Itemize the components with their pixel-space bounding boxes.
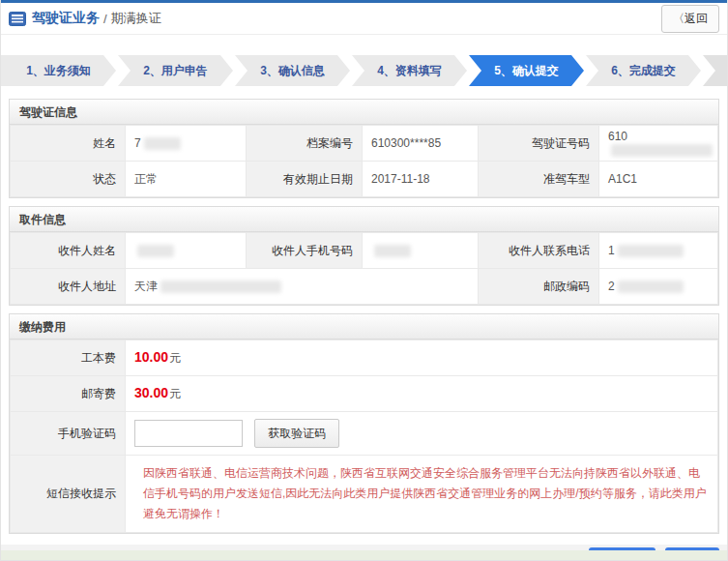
- main-content: 驾驶证信息 姓名 7 档案编号 610300****85 驾驶证号码 610 状…: [1, 86, 727, 534]
- redaction-blur: [618, 280, 684, 293]
- step-6-complete-submit[interactable]: 6、完成提交: [586, 55, 701, 86]
- fees-table: 工本费 10.00元 邮寄费 30.00元 手机验证码 获取验证码 短信接收提示…: [10, 340, 718, 533]
- postage-fee-value: 30.00元: [126, 376, 718, 412]
- table-row: 邮寄费 30.00元: [11, 376, 718, 412]
- vehicle-type-value: A1C1: [599, 162, 718, 197]
- sms-code-cell: 获取验证码: [126, 412, 718, 456]
- table-row: 状态 正常 有效期止日期 2017-11-18 准驾车型 A1C1: [11, 162, 718, 197]
- sms-tip-text: 因陕西省联通、电信运营商技术问题，陕西省互联网交通安全综合服务管理平台无法向持陕…: [134, 457, 716, 531]
- recipient-mobile-value: [363, 233, 479, 269]
- file-no-label: 档案编号: [247, 126, 363, 162]
- step-4-fill-data[interactable]: 4、资料填写: [352, 55, 467, 86]
- redaction-blur: [374, 245, 411, 257]
- bottom-green-strip: [1, 550, 727, 560]
- postcode-value: 2: [599, 269, 718, 305]
- expiry-value: 2017-11-18: [363, 162, 479, 197]
- license-no-label: 驾驶证号码: [479, 126, 599, 162]
- recipient-name-value: [126, 233, 247, 269]
- postcode-label: 邮政编码: [479, 269, 599, 305]
- table-row: 收件人地址 天津 邮政编码 2: [11, 269, 718, 305]
- file-no-value: 610300****85: [363, 126, 479, 162]
- postage-fee-label: 邮寄费: [11, 376, 126, 412]
- sms-code-input[interactable]: [134, 420, 243, 447]
- pickup-info-table: 收件人姓名 收件人手机号码 收件人联系电话 1 收件人地址 天津 邮政编码 2: [10, 232, 718, 305]
- page-header: 驾驶证业务 / 期满换证 〈返回: [1, 3, 727, 35]
- recipient-name-label: 收件人姓名: [11, 233, 126, 269]
- production-fee-value: 10.00元: [126, 340, 718, 376]
- page-title: 驾驶证业务: [32, 10, 100, 27]
- table-row: 工本费 10.00元: [11, 340, 718, 376]
- name-value: 7: [126, 126, 247, 162]
- license-info-table: 姓名 7 档案编号 610300****85 驾驶证号码 610 状态 正常 有…: [10, 125, 718, 197]
- license-info-title: 驾驶证信息: [10, 100, 718, 125]
- table-row: 姓名 7 档案编号 610300****85 驾驶证号码 610: [11, 126, 718, 162]
- address-value: 天津: [126, 269, 479, 305]
- get-code-button[interactable]: 获取验证码: [254, 419, 339, 448]
- pickup-info-title: 取件信息: [10, 207, 718, 232]
- expiry-label: 有效期止日期: [247, 162, 363, 197]
- step-5-confirm-submit[interactable]: 5、确认提交: [469, 55, 584, 86]
- step-bar-filler: [703, 55, 727, 86]
- production-fee-label: 工本费: [11, 340, 126, 376]
- license-info-section: 驾驶证信息 姓名 7 档案编号 610300****85 驾驶证号码 610 状…: [9, 99, 719, 198]
- status-value: 正常: [126, 162, 247, 197]
- list-document-icon: [9, 12, 26, 26]
- redaction-blur: [160, 280, 281, 293]
- back-button[interactable]: 〈返回: [661, 5, 719, 33]
- sms-code-label: 手机验证码: [11, 412, 126, 456]
- sms-tip-label: 短信接收提示: [11, 456, 126, 533]
- table-row: 短信接收提示 因陕西省联通、电信运营商技术问题，陕西省互联网交通安全综合服务管理…: [11, 456, 718, 533]
- breadcrumb-separator: /: [103, 12, 107, 26]
- vehicle-type-label: 准驾车型: [479, 162, 599, 197]
- redaction-blur: [611, 144, 713, 157]
- recipient-phone-value: 1: [599, 233, 718, 269]
- license-no-value: 610: [599, 126, 718, 162]
- breadcrumb-current: 期满换证: [111, 10, 161, 27]
- table-row: 手机验证码 获取验证码: [11, 412, 718, 456]
- name-label: 姓名: [11, 126, 126, 162]
- redaction-blur: [144, 137, 181, 150]
- fees-title: 缴纳费用: [10, 314, 718, 340]
- pickup-info-section: 取件信息 收件人姓名 收件人手机号码 收件人联系电话 1 收件人地址 天津 邮政…: [9, 206, 719, 306]
- recipient-mobile-label: 收件人手机号码: [247, 233, 363, 269]
- sms-tip-cell: 因陕西省联通、电信运营商技术问题，陕西省互联网交通安全综合服务管理平台无法向持陕…: [126, 456, 718, 533]
- step-2-user-declaration[interactable]: 2、用户申告: [118, 55, 233, 86]
- table-row: 收件人姓名 收件人手机号码 收件人联系电话 1: [11, 233, 718, 269]
- recipient-phone-label: 收件人联系电话: [479, 233, 599, 269]
- redaction-blur: [618, 245, 684, 257]
- step-1-business-notice[interactable]: 1、业务须知: [1, 55, 116, 86]
- step-progress-bar: 1、业务须知 2、用户申告 3、确认信息 4、资料填写 5、确认提交 6、完成提…: [1, 55, 727, 86]
- address-label: 收件人地址: [11, 269, 126, 305]
- redaction-blur: [137, 245, 174, 257]
- status-label: 状态: [11, 162, 126, 197]
- step-3-confirm-info[interactable]: 3、确认信息: [235, 55, 350, 86]
- fees-section: 缴纳费用 工本费 10.00元 邮寄费 30.00元 手机验证码 获取验证码 短…: [9, 313, 719, 534]
